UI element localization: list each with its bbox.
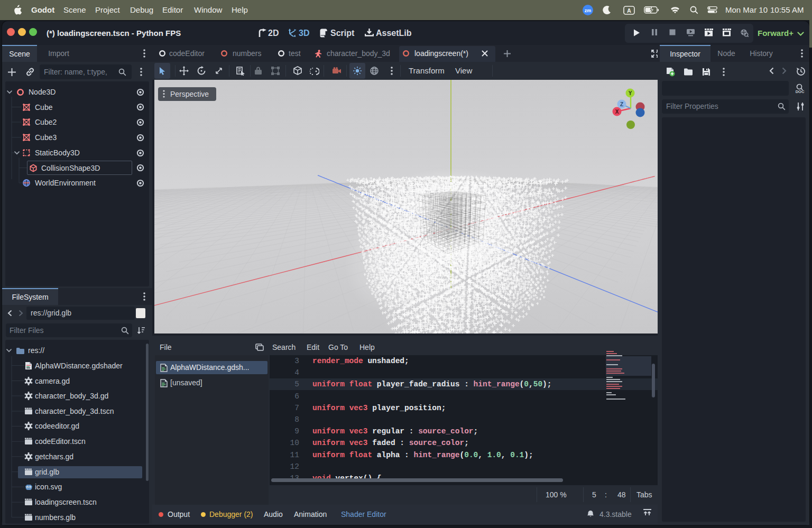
svg-text:DOC: DOC bbox=[796, 89, 805, 94]
